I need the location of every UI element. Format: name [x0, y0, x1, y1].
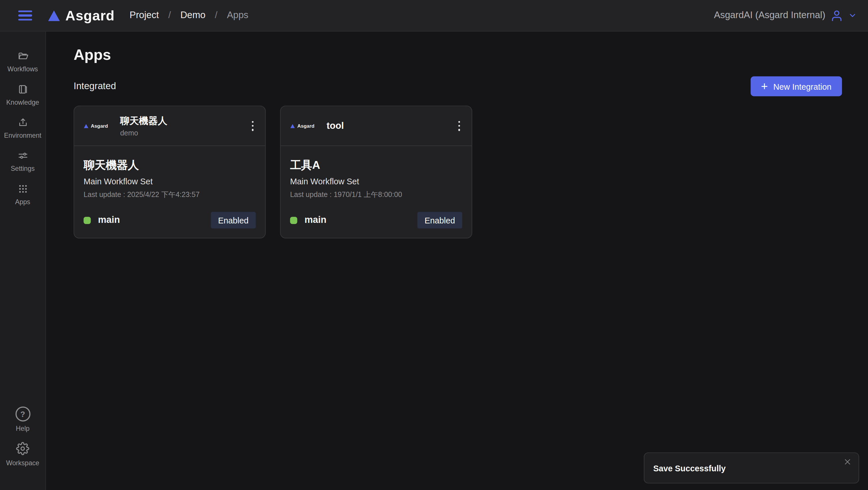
page-title: Apps	[74, 46, 111, 64]
workflow-set-label: Main Workflow Set	[290, 176, 462, 186]
integration-name: 聊天機器人	[120, 115, 167, 127]
plus-icon: +	[761, 80, 768, 92]
provider-name: Asgard	[91, 123, 108, 129]
sidebar-item-apps[interactable]: Apps	[0, 184, 45, 206]
provider-logo: Asgard	[290, 123, 317, 129]
status-badge[interactable]: Enabled	[211, 212, 256, 229]
section-header: Integrated + New Integration	[74, 76, 842, 96]
close-icon[interactable]	[843, 458, 851, 466]
breadcrumb-demo[interactable]: Demo	[181, 10, 206, 21]
logo-text: Asgard	[65, 7, 115, 24]
hamburger-menu-icon[interactable]	[18, 10, 32, 21]
kebab-menu-icon[interactable]	[250, 119, 256, 133]
integration-subtitle: demo	[120, 129, 167, 137]
card-body: 聊天機器人 Main Workflow Set Last update : 20…	[74, 146, 265, 212]
sidebar-item-settings[interactable]: Settings	[0, 151, 45, 172]
card-footer: main Enabled	[281, 212, 472, 238]
account-menu[interactable]: AsgardAI (Asgard Internal)	[714, 9, 857, 22]
card-body: 工具A Main Workflow Set Last update : 1970…	[281, 146, 472, 212]
upload-icon	[18, 117, 28, 128]
branch-name: main	[98, 215, 120, 225]
app-title: 聊天機器人	[84, 158, 255, 172]
sidebar-item-workspace[interactable]: Workspace	[0, 442, 45, 467]
breadcrumb-separator: /	[168, 10, 171, 21]
breadcrumb-separator: /	[215, 10, 218, 21]
integration-card[interactable]: Asgard tool 工具A Main Workflow Set Last u…	[280, 105, 472, 238]
sidebar-item-knowledge[interactable]: Knowledge	[0, 84, 45, 106]
breadcrumb-apps: Apps	[227, 10, 248, 21]
branch-status-dot	[290, 217, 297, 224]
integration-card[interactable]: Asgard 聊天機器人 demo 聊天機器人 Main Workflow Se…	[74, 105, 266, 238]
branch-status-dot	[84, 217, 91, 224]
triangle-logo-icon	[290, 124, 295, 128]
triangle-logo-icon	[48, 10, 60, 21]
breadcrumb-project[interactable]: Project	[129, 10, 159, 21]
breadcrumb: Project / Demo / Apps	[129, 10, 248, 21]
sidebar-item-label: Help	[16, 425, 29, 432]
sidebar-item-help[interactable]: ? Help	[0, 407, 45, 432]
branch-name: main	[305, 215, 327, 225]
kebab-menu-icon[interactable]	[456, 119, 462, 133]
sidebar-item-label: Settings	[11, 165, 34, 172]
sidebar-item-label: Workflows	[7, 65, 38, 73]
asgard-logo[interactable]: Asgard	[48, 7, 115, 24]
folder-icon	[18, 51, 28, 62]
sidebar-item-label: Environment	[4, 132, 41, 139]
provider-name: Asgard	[297, 123, 315, 129]
toast-notification: Save Successfully	[644, 452, 859, 483]
sliders-icon	[18, 151, 28, 161]
card-footer: main Enabled	[74, 212, 265, 238]
card-header: Asgard 聊天機器人 demo	[74, 106, 265, 146]
book-icon	[18, 84, 28, 95]
status-badge[interactable]: Enabled	[417, 212, 462, 229]
provider-logo: Asgard	[84, 123, 110, 129]
new-integration-button[interactable]: + New Integration	[751, 76, 842, 96]
sidebar-item-label: Apps	[15, 198, 31, 206]
top-navbar: Asgard Project / Demo / Apps AsgardAI (A…	[0, 0, 868, 32]
gear-icon	[16, 442, 29, 455]
sidebar: Workflows Knowledge Environment	[0, 32, 46, 490]
card-header: Asgard tool	[281, 106, 472, 146]
sidebar-item-environment[interactable]: Environment	[0, 117, 45, 139]
app-title: 工具A	[290, 158, 462, 172]
last-update-label: Last update : 1970/1/1 上午8:00:00	[290, 190, 462, 200]
triangle-logo-icon	[84, 124, 88, 128]
card-titles: tool	[327, 120, 344, 131]
app-root: Asgard Project / Demo / Apps AsgardAI (A…	[0, 0, 868, 490]
last-update-label: Last update : 2025/4/22 下午4:23:57	[84, 190, 255, 200]
sidebar-item-label: Workspace	[6, 459, 39, 467]
workflow-set-label: Main Workflow Set	[84, 176, 255, 186]
account-label: AsgardAI (Asgard Internal)	[714, 10, 826, 21]
sidebar-item-label: Knowledge	[6, 98, 39, 106]
new-integration-label: New Integration	[773, 81, 832, 91]
integration-name: tool	[327, 120, 344, 131]
help-icon: ?	[15, 407, 30, 421]
toast-message: Save Successfully	[653, 463, 726, 473]
sidebar-item-workflows[interactable]: Workflows	[0, 51, 45, 73]
apps-grid-icon	[18, 184, 28, 194]
chevron-down-icon	[848, 11, 857, 20]
card-titles: 聊天機器人 demo	[120, 115, 167, 137]
section-label: Integrated	[74, 81, 116, 92]
integration-card-list: Asgard 聊天機器人 demo 聊天機器人 Main Workflow Se…	[74, 105, 472, 238]
user-icon	[830, 9, 843, 22]
